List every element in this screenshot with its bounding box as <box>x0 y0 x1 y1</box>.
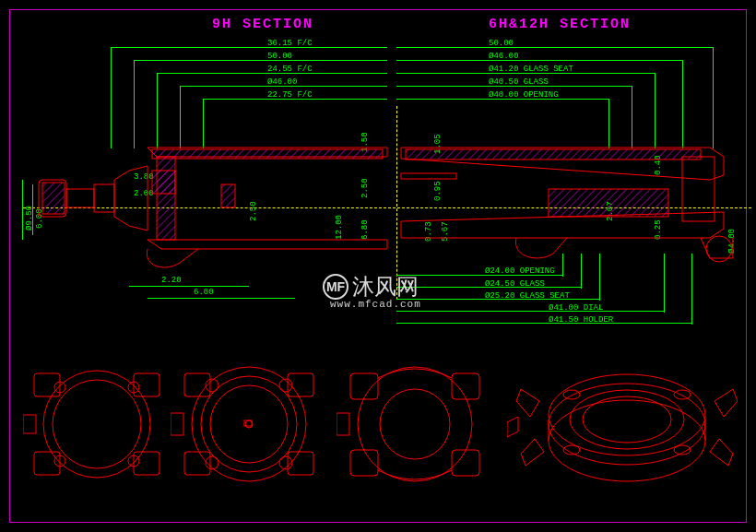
dim-line <box>396 311 664 312</box>
section-title-left: 9H SECTION <box>212 17 313 32</box>
svg-point-27 <box>210 385 288 463</box>
svg-rect-31 <box>184 452 210 475</box>
svg-rect-33 <box>288 452 313 475</box>
svg-point-50 <box>549 400 705 481</box>
svg-rect-24 <box>23 415 36 433</box>
svg-rect-11 <box>549 189 668 217</box>
dim-label: Ø46.00 <box>267 77 297 87</box>
dim-line <box>129 286 249 287</box>
dim-label: Ø40.00 OPENING <box>489 90 559 100</box>
dim-line <box>111 47 387 48</box>
isometric-view <box>507 350 738 512</box>
plan-view-3 <box>337 341 493 507</box>
plan-view-2 <box>171 341 327 507</box>
dim-line <box>396 323 691 324</box>
dim-label: Ø41.20 GLASS SEAT <box>489 65 573 74</box>
svg-rect-42 <box>350 450 378 476</box>
svg-point-51 <box>563 390 580 399</box>
dim-line <box>396 60 682 61</box>
svg-rect-4 <box>94 184 114 212</box>
dim-label: 50.00 <box>489 39 514 48</box>
dim-label: Ø46.00 <box>489 52 518 61</box>
dim-label: 24.55 F/C <box>267 65 313 74</box>
svg-point-15 <box>53 380 141 468</box>
dim-label: 6.00 <box>194 288 214 297</box>
svg-rect-5 <box>152 149 383 159</box>
svg-rect-3 <box>66 189 94 207</box>
svg-rect-10 <box>401 173 456 179</box>
svg-point-48 <box>570 390 684 449</box>
dim-label: Ø41.50 HOLDER <box>549 315 613 325</box>
dim-line <box>134 60 387 61</box>
section-view <box>37 129 738 286</box>
watermark-url: www.mfcad.com <box>330 299 421 310</box>
svg-rect-7 <box>152 171 175 194</box>
svg-rect-17 <box>34 452 60 475</box>
svg-rect-8 <box>221 184 235 207</box>
watermark: MF 沐风网 <box>323 272 419 301</box>
svg-rect-18 <box>134 373 159 396</box>
section-title-right: 6H&12H SECTION <box>489 17 631 32</box>
svg-rect-38 <box>171 413 183 435</box>
svg-rect-16 <box>34 373 60 396</box>
svg-rect-12 <box>682 157 715 221</box>
dim-label: Ø40.50 GLASS <box>489 77 549 87</box>
svg-rect-44 <box>452 450 479 476</box>
svg-point-39 <box>358 367 472 481</box>
svg-point-14 <box>43 371 150 478</box>
svg-rect-19 <box>134 452 159 475</box>
svg-rect-41 <box>350 373 378 399</box>
svg-point-47 <box>549 374 705 455</box>
dim-label: 36.15 F/C <box>267 39 313 48</box>
svg-point-52 <box>674 390 691 399</box>
svg-rect-9 <box>406 149 701 160</box>
svg-rect-32 <box>288 373 313 396</box>
svg-point-46 <box>549 384 705 465</box>
svg-point-25 <box>192 367 306 481</box>
dim-label: 50.00 <box>267 52 292 61</box>
watermark-text: 沐风网 <box>352 272 419 301</box>
watermark-icon: MF <box>323 274 348 300</box>
dim-label: 22.75 F/C <box>267 90 313 100</box>
svg-point-40 <box>380 389 450 459</box>
svg-rect-43 <box>452 373 479 399</box>
dim-label: Ø41.00 DIAL <box>549 303 603 313</box>
svg-rect-2 <box>42 183 65 214</box>
plan-view-1 <box>23 341 166 507</box>
dim-line <box>148 298 295 299</box>
dim-line <box>22 180 23 240</box>
dim-line <box>32 184 33 235</box>
svg-rect-30 <box>184 373 210 396</box>
dim-label: Ø25.20 GLASS SEAT <box>485 291 570 301</box>
dim-line <box>396 47 713 48</box>
svg-rect-45 <box>337 413 349 435</box>
svg-rect-6 <box>157 157 175 240</box>
